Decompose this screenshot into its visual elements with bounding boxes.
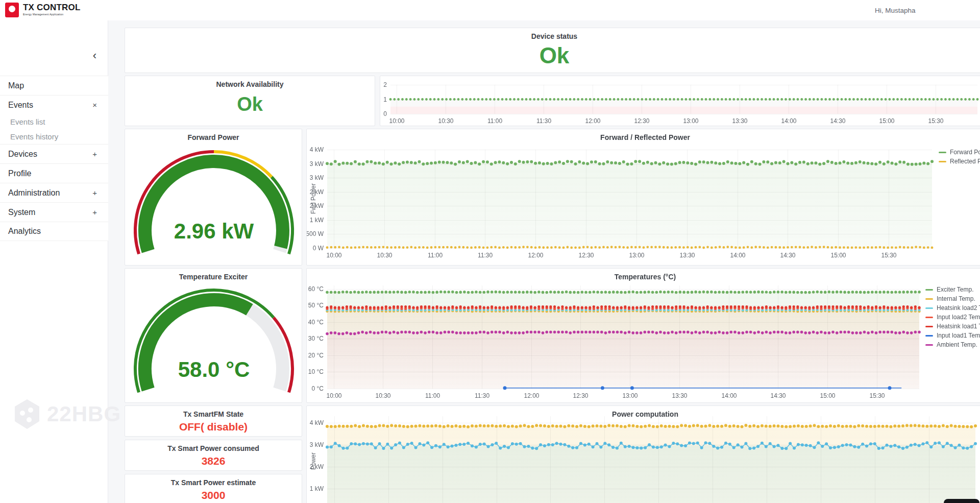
legend-swatch-icon	[939, 152, 946, 153]
sidebar-item-system[interactable]: System +	[0, 202, 108, 222]
sidebar-item-label: Analytics	[8, 227, 41, 236]
legend-swatch-icon	[925, 307, 933, 309]
y-axis-label: Power	[310, 452, 317, 470]
sidebar-item-map[interactable]: Map	[0, 76, 108, 95]
legend-swatch-icon	[925, 317, 933, 318]
legend-label: Reflected Power	[950, 158, 980, 165]
panel-title[interactable]: Network Availability	[125, 80, 375, 88]
app-header: TX CONTROL Energy Management Application…	[0, 0, 980, 20]
panel-title[interactable]: Forward Power	[125, 133, 302, 141]
sidebar-item-label: Map	[8, 81, 24, 90]
panel-tx-power-estimate: Tx Smart Power estimate 3000	[125, 474, 302, 503]
app-title: TX CONTROL	[23, 3, 81, 13]
sidebar-item-devices[interactable]: Devices +	[0, 144, 108, 163]
22hbg-watermark: 22HBG	[13, 399, 121, 429]
sidebar: ‹ Map Events × Events list Events histor…	[0, 20, 108, 503]
sidebar-collapse-icon[interactable]: ‹	[93, 50, 96, 61]
dashboard: Device status Ok Network Availability Ok…	[108, 20, 980, 503]
panel-title[interactable]: Tx SmartFM State	[125, 410, 302, 418]
legend-label: Exciter Temp.	[937, 286, 973, 293]
panel-title[interactable]: Temperatures (°C)	[307, 273, 980, 281]
sidebar-item-label: Events history	[10, 132, 58, 141]
panel-title[interactable]: Tx Smart Power consumed	[125, 444, 302, 452]
sidebar-item-label: Events list	[10, 117, 45, 126]
user-greeting: Hi, Mustapha	[875, 7, 916, 14]
legend-item[interactable]: Reflected Power	[939, 158, 980, 165]
availability-timeline-chart[interactable]	[380, 76, 980, 127]
app-subtitle: Energy Management Application	[23, 13, 81, 16]
panel-title[interactable]: Temperature Exciter	[125, 273, 302, 281]
chart-legend: Exciter Temp.Internal Temp.Heatsink load…	[925, 286, 980, 348]
panel-title[interactable]: Device status	[125, 32, 980, 40]
legend-item[interactable]: Internal Temp.	[925, 295, 980, 302]
power-computation-chart[interactable]	[307, 406, 980, 503]
logo-dot	[9, 6, 15, 12]
network-availability-value: Ok	[125, 92, 375, 116]
forward-reflected-power-chart[interactable]	[307, 129, 980, 266]
sidebar-item-profile[interactable]: Profile	[0, 163, 108, 183]
panel-power-computation: Power computation Power	[306, 405, 980, 503]
legend-label: Forward Power	[950, 149, 980, 156]
panel-temperature-gauge: Temperature Exciter 58.0 °C	[125, 268, 302, 403]
expand-plus-icon[interactable]: +	[92, 208, 97, 217]
tx-smartfm-state-value: OFF( disable)	[125, 420, 302, 434]
legend-label: Internal Temp.	[937, 295, 975, 302]
legend-item[interactable]: Forward Power	[939, 149, 980, 156]
panel-availability-chart	[380, 76, 980, 126]
panel-title[interactable]: Power computation	[307, 410, 980, 418]
tx-power-estimate-value: 3000	[125, 489, 302, 502]
device-status-value: Ok	[125, 41, 980, 70]
app-logo[interactable]: TX CONTROL Energy Management Application	[5, 3, 81, 17]
corner-notch	[944, 499, 979, 503]
expand-plus-icon[interactable]: +	[92, 150, 97, 158]
legend-swatch-icon	[925, 289, 933, 291]
y-axis-label: Fwd Power	[310, 183, 317, 214]
legend-item[interactable]: Input load2 Temp.	[925, 314, 980, 321]
sidebar-nav: Map Events × Events list Events history …	[0, 76, 108, 241]
forward-power-gauge: 2.96 kW	[125, 129, 303, 268]
sidebar-item-label: System	[8, 208, 35, 217]
panel-forward-reflected-power: Forward / Reflected Power Fwd Power Forw…	[306, 129, 980, 266]
temperatures-chart[interactable]	[307, 269, 980, 403]
legend-item[interactable]: Exciter Temp.	[925, 286, 980, 293]
legend-item[interactable]: Input load1 Temp.	[925, 332, 980, 339]
sidebar-item-analytics[interactable]: Analytics	[0, 222, 108, 241]
legend-swatch-icon	[939, 161, 946, 162]
logo-icon	[5, 3, 19, 17]
panel-tx-smartfm-state: Tx SmartFM State OFF( disable)	[125, 405, 302, 437]
legend-label: Ambient Temp.	[937, 341, 977, 348]
chart-legend: Forward PowerReflected Power	[939, 149, 980, 165]
panel-network-availability: Network Availability Ok	[125, 76, 375, 126]
sidebar-item-events[interactable]: Events ×	[0, 95, 108, 114]
sidebar-item-label: Administration	[8, 188, 60, 198]
legend-item[interactable]: Ambient Temp.	[925, 341, 980, 348]
panel-title[interactable]: Tx Smart Power estimate	[125, 478, 302, 487]
sidebar-item-administration[interactable]: Administration +	[0, 183, 108, 202]
22hbg-hexagon-icon	[13, 399, 41, 429]
sidebar-item-label: Devices	[8, 150, 37, 159]
temperature-exciter-gauge: 58.0 °C	[125, 269, 303, 405]
collapse-x-icon[interactable]: ×	[92, 101, 97, 109]
panel-device-status: Device status Ok	[125, 28, 980, 73]
panel-forward-power-gauge: Forward Power 2.96 kW	[125, 129, 302, 266]
svg-text:58.0 °C: 58.0 °C	[178, 357, 250, 381]
panel-title[interactable]: Forward / Reflected Power	[307, 133, 980, 141]
tx-power-consumed-value: 3826	[125, 454, 302, 468]
legend-swatch-icon	[925, 335, 933, 337]
sidebar-item-events-history[interactable]: Events history	[0, 129, 108, 144]
legend-item[interactable]: Heatsink load2 Temp.	[925, 304, 980, 312]
legend-swatch-icon	[925, 298, 933, 300]
sidebar-item-label: Profile	[8, 169, 31, 178]
legend-swatch-icon	[925, 326, 933, 327]
legend-label: Input load2 Temp.	[937, 314, 980, 321]
legend-item[interactable]: Heatsink load1 Temp.	[925, 323, 980, 330]
legend-label: Heatsink load1 Temp.	[937, 323, 980, 330]
sidebar-item-events-list[interactable]: Events list	[0, 114, 108, 129]
sidebar-item-label: Events	[8, 101, 33, 110]
expand-plus-icon[interactable]: +	[92, 188, 97, 197]
panel-tx-power-consumed: Tx Smart Power consumed 3826	[125, 440, 302, 471]
panel-temperatures-chart: Temperatures (°C) Exciter Temp.Internal …	[306, 268, 980, 403]
svg-text:2.96 kW: 2.96 kW	[174, 219, 254, 243]
22hbg-watermark-text: 22HBG	[47, 402, 121, 426]
legend-label: Input load1 Temp.	[937, 332, 980, 339]
